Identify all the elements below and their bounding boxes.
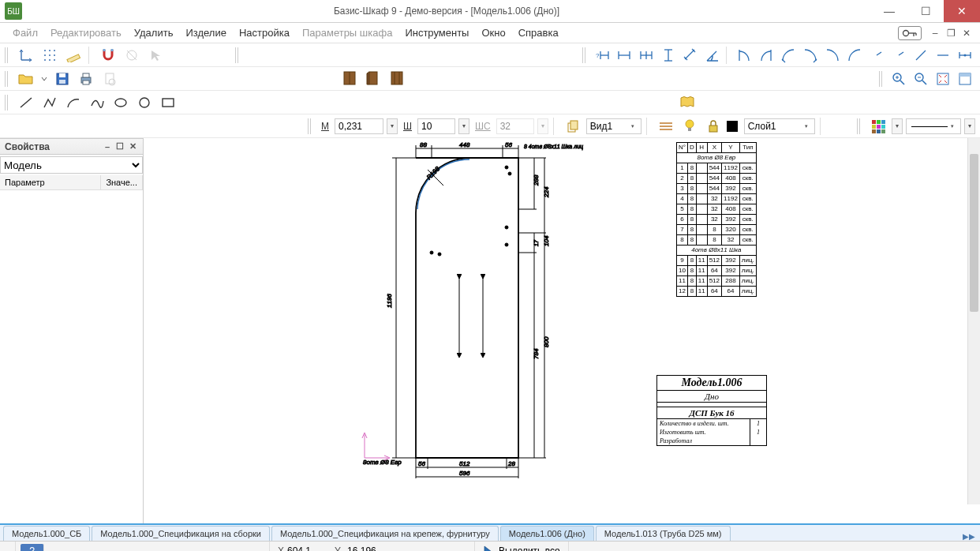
menu-product[interactable]: Изделие <box>179 24 232 42</box>
mdi-restore-button[interactable]: ❐ <box>944 27 958 39</box>
circle-icon[interactable] <box>134 93 155 112</box>
menu-wardrobe-params[interactable]: Параметры шкафа <box>296 24 398 42</box>
save-icon[interactable] <box>52 69 73 88</box>
menu-tools[interactable]: Инструменты <box>398 24 475 42</box>
dim-aligned-icon[interactable] <box>680 46 701 65</box>
dim-arc-out-right-icon[interactable] <box>800 46 821 65</box>
help-book-icon[interactable] <box>677 92 698 111</box>
width-dropdown[interactable]: ▾ <box>458 118 469 134</box>
line-icon[interactable] <box>16 93 36 112</box>
help-indicator-icon[interactable]: ? <box>21 544 44 552</box>
lightbulb-icon[interactable] <box>679 117 700 136</box>
axes-icon[interactable] <box>16 46 36 65</box>
spline-icon[interactable] <box>87 93 107 112</box>
panel-minimize-icon[interactable]: – <box>102 141 113 152</box>
menu-window[interactable]: Окно <box>475 24 511 42</box>
ruler-icon[interactable] <box>63 46 84 65</box>
dim-radius-icon[interactable] <box>866 46 887 65</box>
properties-col-value[interactable]: Значе... <box>101 175 143 189</box>
dim-ref-left-icon[interactable] <box>734 46 754 65</box>
menu-settings[interactable]: Настройка <box>233 24 296 42</box>
rectangle-icon[interactable] <box>158 93 178 112</box>
dim-angle-icon[interactable] <box>702 46 723 65</box>
width-input[interactable]: 10 <box>417 118 455 134</box>
cursor-mode-icon[interactable] <box>145 46 166 65</box>
doc-tab[interactable]: Модель1.000_Спецификация на сборки <box>92 526 270 541</box>
mdi-close-button[interactable]: ✕ <box>959 27 974 39</box>
grid-icon[interactable] <box>39 46 60 65</box>
wardrobe-closed-icon[interactable] <box>339 69 360 88</box>
menu-delete[interactable]: Удалить <box>128 24 180 42</box>
scale-dropdown[interactable]: ▾ <box>387 118 398 134</box>
zoom-out-icon[interactable] <box>911 69 931 88</box>
layer-select[interactable]: Слой1▾ <box>744 118 815 134</box>
zoom-fit-icon[interactable] <box>933 69 953 88</box>
toolbar-grip[interactable] <box>857 118 862 134</box>
toolbar-grip[interactable] <box>5 71 9 87</box>
scrollbar-vertical[interactable] <box>967 138 980 504</box>
toolbar-grip[interactable] <box>582 47 587 63</box>
view-select[interactable]: Вид1▾ <box>586 118 641 134</box>
dim-leader-icon[interactable] <box>955 46 975 65</box>
wardrobe-sections-icon[interactable] <box>387 69 407 88</box>
tabs-scroll-right-icon[interactable]: ▶▶ <box>958 532 980 541</box>
minimize-button[interactable]: — <box>871 0 907 22</box>
toolbar-grip[interactable] <box>5 95 9 111</box>
drawing-canvas[interactable]: 88 448 56 8 4отв Ø8x11 Шка лиц 1196 288 … <box>144 138 980 528</box>
panel-close-icon[interactable]: ✕ <box>127 141 138 152</box>
dim-arc-inner-right-icon[interactable] <box>844 46 865 65</box>
menu-help[interactable]: Справка <box>512 24 565 42</box>
line-style-dropdown[interactable]: ▾ <box>964 118 975 134</box>
layer-color-swatch[interactable] <box>727 121 738 132</box>
doc-tab-active[interactable]: Модель1.006 (Дно) <box>500 526 594 541</box>
snap-options-icon[interactable] <box>122 46 142 65</box>
open-dropdown-icon[interactable] <box>39 69 49 88</box>
lock-icon[interactable] <box>703 117 724 136</box>
properties-col-param[interactable]: Параметр <box>0 175 101 189</box>
key-lock-icon[interactable] <box>898 26 922 40</box>
color-dropdown[interactable]: ▾ <box>892 118 903 134</box>
magnet-icon[interactable] <box>98 46 118 65</box>
menu-file[interactable]: Файл <box>6 24 44 42</box>
properties-target-select[interactable]: Модель <box>0 156 143 174</box>
scale-input[interactable]: 0,231 <box>335 118 383 134</box>
doc-tab[interactable]: Модель1.000_СБ <box>3 526 90 541</box>
line-style-select[interactable]: ▾ <box>906 118 961 134</box>
table-row: 128116464лиц. <box>677 287 757 297</box>
close-button[interactable]: ✕ <box>944 0 980 22</box>
panel-maximize-icon[interactable]: ☐ <box>114 141 125 152</box>
color-grid-icon[interactable] <box>868 117 888 136</box>
dim-diameter-icon[interactable] <box>911 46 931 65</box>
wardrobe-open-icon[interactable] <box>363 69 383 88</box>
svg-rect-91 <box>877 129 881 133</box>
dim-horizontal-icon[interactable] <box>614 46 634 65</box>
dim-horizontal-chain-icon[interactable] <box>636 46 656 65</box>
dim-vertical-icon[interactable] <box>658 46 679 65</box>
toolbar-grip[interactable] <box>235 47 240 63</box>
dim-auto-icon[interactable]: ? <box>592 46 612 65</box>
doc-tab[interactable]: Модель1.000_Спецификация на крепеж, фурн… <box>271 526 499 541</box>
arc-icon[interactable] <box>63 93 84 112</box>
dim-ref-right-icon[interactable] <box>756 46 776 65</box>
maximize-button[interactable]: ☐ <box>907 0 944 22</box>
dim-arc-inner-left-icon[interactable] <box>822 46 843 65</box>
dim-arc-out-left-icon[interactable] <box>778 46 799 65</box>
toolbar-grip[interactable] <box>879 71 884 87</box>
menu-edit[interactable]: Редактировать <box>44 24 128 42</box>
dim-radius-dotted-icon[interactable] <box>888 46 909 65</box>
select-all-button[interactable]: Выделить все <box>475 542 569 551</box>
ellipse-icon[interactable] <box>110 93 131 112</box>
dim-diameter-alt-icon[interactable] <box>933 46 953 65</box>
print-icon[interactable] <box>76 69 96 88</box>
mdi-minimize-button[interactable]: – <box>928 27 942 39</box>
print-preview-icon[interactable] <box>99 69 120 88</box>
polyline-icon[interactable] <box>39 93 60 112</box>
toolbar-grip[interactable] <box>308 118 312 134</box>
zoom-window-icon[interactable] <box>955 69 975 88</box>
doc-tab[interactable]: Модель1.013 (Труба D25 мм) <box>596 526 731 541</box>
open-folder-icon[interactable] <box>16 69 36 88</box>
copy-view-icon[interactable] <box>563 117 583 136</box>
zoom-in-icon[interactable] <box>888 69 909 88</box>
hatch-icon[interactable] <box>656 117 676 136</box>
toolbar-grip[interactable] <box>5 47 9 63</box>
